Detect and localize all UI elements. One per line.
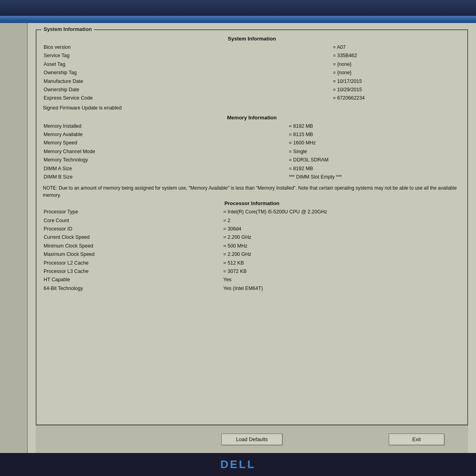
system-info-box: System Information System Information Bi…: [36, 29, 468, 425]
table-row: Maximum Clock Speed= 2.200 GHz: [43, 250, 461, 259]
table-row: Manufacture Date= 10/17/2015: [43, 77, 461, 86]
table-row: Memory Available= 8115 MB: [43, 131, 461, 139]
table-row: Processor L3 Cache= 3072 KB: [43, 267, 461, 276]
exit-button[interactable]: Exit: [389, 434, 444, 445]
field-value: = 1600 MHz: [285, 139, 461, 147]
table-row: Ownership Tag= {none}: [43, 69, 461, 77]
bottom-bar: Load Defaults Exit: [36, 425, 468, 453]
processor-info-table: Processor Type= Intel(R) Core(TM) i5-520…: [43, 208, 461, 293]
field-value: = {none}: [329, 60, 461, 69]
field-value: = 512 KB: [219, 259, 461, 267]
field-label: HT Capable: [43, 276, 219, 284]
table-row: Memory Technology= DDR3L SDRAM: [43, 156, 461, 164]
screen-area: System Information System Information Bi…: [0, 23, 476, 453]
field-label: Ownership Tag: [43, 69, 329, 77]
system-info-section-title: System Information: [43, 36, 461, 42]
field-label: Memory Channel Mode: [43, 148, 285, 156]
field-label: Current Clock Speed: [43, 233, 219, 242]
field-value: = DDR3L SDRAM: [285, 156, 461, 164]
dell-logo: DELL: [220, 458, 255, 471]
field-label: Memory Installed: [43, 122, 285, 131]
top-bar: [0, 0, 476, 16]
blue-stripe: [0, 16, 476, 23]
field-value: = 306d4: [219, 225, 461, 233]
field-label: Memory Available: [43, 131, 285, 139]
table-row: Ownership Date= 10/29/2015: [43, 86, 461, 94]
dell-bar: DELL: [0, 453, 476, 476]
table-row: DIMM B Size*** DIMM Slot Empty ***: [43, 173, 461, 181]
field-value: = Intel(R) Core(TM) i5-5200U CPU @ 2.20G…: [219, 208, 461, 216]
field-value: = 3072 KB: [219, 267, 461, 276]
table-row: Bios version= A07: [43, 43, 461, 52]
signed-firmware-text: Signed Firmware Update is enabled: [43, 105, 461, 111]
table-row: Current Clock Speed= 2.200 GHz: [43, 233, 461, 242]
field-value: = 2.200 GHz: [219, 250, 461, 259]
field-label: Service Tag: [43, 52, 329, 60]
field-label: Processor L3 Cache: [43, 267, 219, 276]
field-label: Minimum Clock Speed: [43, 242, 219, 250]
table-row: Asset Tag= {none}: [43, 60, 461, 69]
field-label: Processor Type: [43, 208, 219, 216]
table-row: Processor Type= Intel(R) Core(TM) i5-520…: [43, 208, 461, 216]
field-value: = 335B462: [329, 52, 461, 60]
field-label: Express Service Code: [43, 94, 329, 102]
field-value: = 6720662234: [329, 94, 461, 102]
field-value: = 8192 MB: [285, 165, 461, 173]
field-label: DIMM A Size: [43, 165, 285, 173]
field-label: Bios version: [43, 43, 329, 52]
field-label: Memory Technology: [43, 156, 285, 164]
memory-info-table: Memory Installed= 8192 MBMemory Availabl…: [43, 122, 461, 182]
table-row: Memory Installed= 8192 MB: [43, 122, 461, 131]
field-value: = 10/17/2015: [329, 77, 461, 86]
field-label: Processor L2 Cache: [43, 259, 219, 267]
table-row: Memory Speed= 1600 MHz: [43, 139, 461, 147]
main-content: System Information System Information Bi…: [28, 23, 476, 453]
table-row: Processor ID= 306d4: [43, 225, 461, 233]
system-info-table: Bios version= A07Service Tag= 335B462Ass…: [43, 43, 461, 103]
table-row: Processor L2 Cache= 512 KB: [43, 259, 461, 267]
field-label: DIMM B Size: [43, 173, 285, 181]
table-row: DIMM A Size= 8192 MB: [43, 165, 461, 173]
left-panel: [0, 23, 28, 453]
field-value: = 2.200 GHz: [219, 233, 461, 242]
field-label: Processor ID: [43, 225, 219, 233]
field-value: = 10/29/2015: [329, 86, 461, 94]
field-label: Ownership Date: [43, 86, 329, 94]
field-label: 64-Bit Technology: [43, 284, 219, 293]
field-value: = A07: [329, 43, 461, 52]
field-value: = Single: [285, 148, 461, 156]
table-row: 64-Bit TechnologyYes (Intel EM64T): [43, 284, 461, 293]
table-row: Memory Channel Mode= Single: [43, 148, 461, 156]
field-value: = {none}: [329, 69, 461, 77]
table-row: HT CapableYes: [43, 276, 461, 284]
field-value: Yes (Intel EM64T): [219, 284, 461, 293]
field-value: = 2: [219, 217, 461, 225]
field-label: Manufacture Date: [43, 77, 329, 86]
field-label: Asset Tag: [43, 60, 329, 69]
field-value: = 500 MHz: [219, 242, 461, 250]
memory-note-text: NOTE: Due to an amount of memory being a…: [43, 184, 461, 199]
box-title: System Information: [41, 26, 94, 32]
table-row: Express Service Code= 6720662234: [43, 94, 461, 102]
field-value: Yes: [219, 276, 461, 284]
field-value: = 8115 MB: [285, 131, 461, 139]
table-row: Service Tag= 335B462: [43, 52, 461, 60]
memory-info-section-title: Memory Information: [43, 115, 461, 121]
load-defaults-button[interactable]: Load Defaults: [221, 434, 282, 445]
field-label: Memory Speed: [43, 139, 285, 147]
field-label: Maximum Clock Speed: [43, 250, 219, 259]
field-label: Core Count: [43, 217, 219, 225]
table-row: Core Count= 2: [43, 217, 461, 225]
table-row: Minimum Clock Speed= 500 MHz: [43, 242, 461, 250]
field-value: = 8192 MB: [285, 122, 461, 131]
field-value: *** DIMM Slot Empty ***: [285, 173, 461, 181]
processor-info-section-title: Processor Information: [43, 200, 461, 206]
